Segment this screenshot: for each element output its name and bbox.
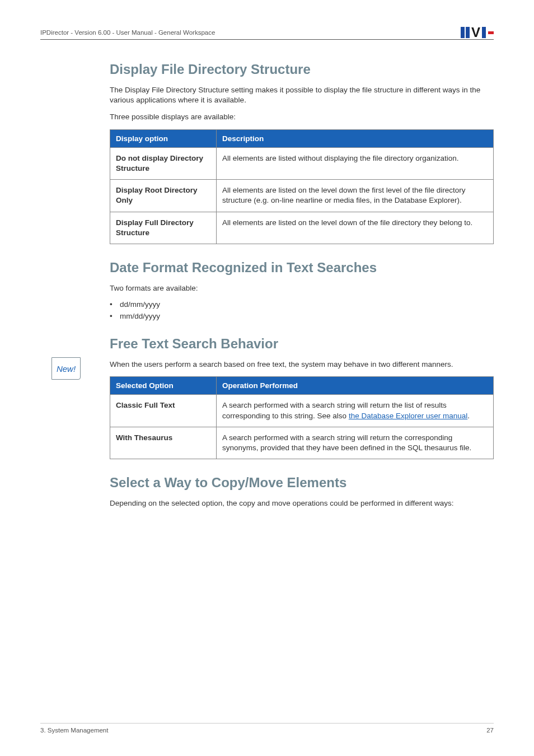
dfds-r3-c2: All elements are listed on the level dow…	[217, 212, 494, 244]
table-row: With Thesaurus A search performed with a…	[110, 427, 494, 459]
logo-v: V	[471, 27, 480, 38]
dfr-list: dd/mm/yyyy mm/dd/yyyy	[110, 300, 494, 320]
heading-swcm: Select a Way to Copy/Move Elements	[110, 475, 494, 491]
heading-dfr: Date Format Recognized in Text Searches	[110, 260, 494, 276]
new-badge-text: New!	[57, 364, 76, 374]
dfds-intro: The Display File Directory Structure set…	[110, 85, 494, 105]
table-row: Classic Full Text A search performed wit…	[110, 395, 494, 427]
logo-bar-left	[461, 27, 465, 38]
heading-fts: Free Text Search Behavior	[110, 336, 494, 352]
list-item: dd/mm/yyyy	[110, 300, 494, 309]
dfds-r1-c1: Do not display Directory Structure	[110, 147, 217, 179]
fts-r1-c1: Classic Full Text	[110, 395, 217, 427]
logo-bar-right	[482, 27, 486, 38]
dfds-r3-c1: Display Full Directory Structure	[110, 212, 217, 244]
dfr-intro: Two formats are available:	[110, 283, 494, 293]
dfds-table: Display option Description Do not displa…	[110, 129, 494, 244]
header-rule	[40, 39, 494, 40]
dfds-th-desc: Description	[217, 129, 494, 147]
fts-th-op: Operation Performed	[217, 377, 494, 395]
dfds-r2-c2: All elements are listed on the level dow…	[217, 180, 494, 212]
dfds-th-option: Display option	[110, 129, 217, 147]
table-row: Display Root Directory Only All elements…	[110, 180, 494, 212]
header-left: IPDirector - Version 6.00 - User Manual …	[40, 29, 215, 36]
fts-intro: When the users perform a search based on…	[110, 360, 494, 370]
new-badge: New!	[51, 357, 81, 380]
fts-r2-c2: A search performed with a search string …	[217, 427, 494, 459]
dfds-line2: Three possible displays are available:	[110, 112, 494, 122]
logo-dash	[488, 31, 494, 34]
logo-bar-left2	[466, 27, 470, 38]
dfds-r2-c1: Display Root Directory Only	[110, 180, 217, 212]
heading-dfds: Display File Directory Structure	[110, 62, 494, 77]
fts-r2-c1: With Thesaurus	[110, 427, 217, 459]
fts-r1-c2: A search performed with a search string …	[217, 395, 494, 427]
table-row: Display Full Directory Structure All ele…	[110, 212, 494, 244]
fts-table: Selected Option Operation Performed Clas…	[110, 376, 494, 459]
swcm-intro: Depending on the selected option, the co…	[110, 498, 494, 508]
dfds-r1-c2: All elements are listed without displayi…	[217, 147, 494, 179]
fts-th-option: Selected Option	[110, 377, 217, 395]
db-explorer-manual-link[interactable]: the Database Explorer user manual	[349, 412, 467, 420]
list-item: mm/dd/yyyy	[110, 312, 494, 320]
footer-left: 3. System Management	[40, 727, 108, 734]
table-row: Do not display Directory Structure All e…	[110, 147, 494, 179]
footer-page-number: 27	[486, 727, 494, 734]
evs-logo: V	[461, 27, 494, 38]
fts-r1-post: .	[467, 412, 470, 420]
